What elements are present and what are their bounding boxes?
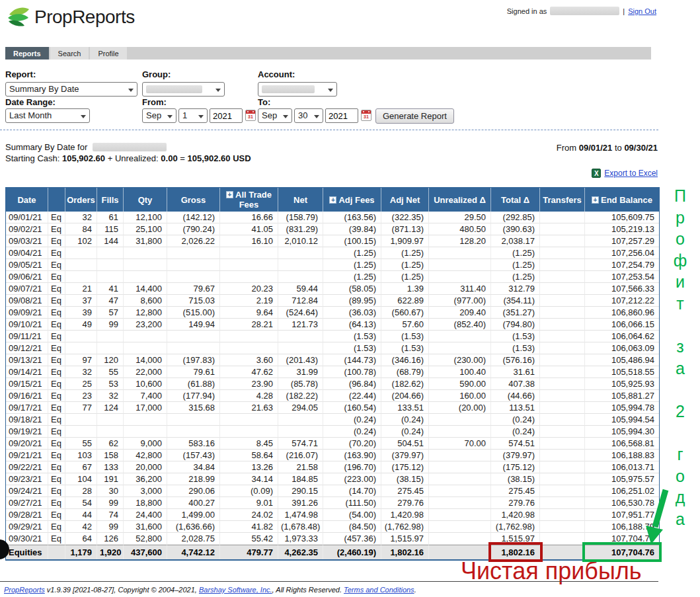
footer-barshay-link[interactable]: Barshay Software, Inc. bbox=[199, 586, 272, 594]
table-cell: 21.63 bbox=[220, 402, 278, 414]
expand-icon[interactable]: + bbox=[226, 191, 233, 198]
table-cell: (351.27) bbox=[491, 307, 540, 319]
table-cell: Eq bbox=[48, 235, 65, 247]
expand-icon[interactable]: + bbox=[329, 196, 336, 204]
table-row: 09/24/21Eq28303,000290.06(0.09)290.15(14… bbox=[6, 485, 659, 497]
group-select[interactable] bbox=[142, 82, 225, 97]
from-day-select[interactable]: 1 bbox=[178, 108, 208, 123]
calendar-icon[interactable]: 31 bbox=[361, 110, 371, 121]
table-cell: 2,028.75 bbox=[167, 533, 220, 545]
table-cell: 44 bbox=[65, 509, 97, 521]
column-header[interactable]: Transfers bbox=[540, 188, 585, 212]
column-header[interactable]: Orders bbox=[65, 188, 97, 212]
table-cell: (379.97) bbox=[491, 450, 540, 461]
table-cell: (38.15) bbox=[491, 473, 540, 485]
table-cell: 34.84 bbox=[167, 461, 220, 473]
table-cell: 3.60 bbox=[220, 354, 278, 366]
table-cell: 99 bbox=[97, 497, 124, 509]
table-cell: 49 bbox=[65, 319, 97, 331]
table-cell: 1,474.98 bbox=[278, 509, 323, 521]
table-cell: (0.24) bbox=[381, 414, 429, 426]
column-header[interactable]: Net bbox=[278, 188, 323, 212]
annotation-letter bbox=[669, 423, 691, 445]
export-to-excel[interactable]: X Export to Excel bbox=[592, 169, 658, 178]
table-cell: 09/06/21 bbox=[6, 271, 48, 283]
table-cell bbox=[540, 450, 585, 461]
column-header[interactable]: Fills bbox=[97, 188, 124, 212]
table-cell: Eq bbox=[48, 450, 65, 461]
table-cell: 57 bbox=[97, 307, 124, 319]
totals-cell: 1,802.16 bbox=[381, 545, 429, 559]
table-row: 09/07/21Eq214114,40079.6720.2359.44(58.0… bbox=[6, 283, 659, 295]
date-range-select[interactable]: Last Month bbox=[5, 108, 90, 123]
table-cell bbox=[220, 331, 278, 342]
tab-reports[interactable]: Reports bbox=[5, 47, 49, 60]
table-cell: 107,257.29 bbox=[585, 235, 659, 247]
table-cell: 294.05 bbox=[278, 402, 323, 414]
annotation-letter: о bbox=[669, 229, 691, 251]
table-cell: 09/08/21 bbox=[6, 295, 48, 307]
column-header[interactable]: Gross bbox=[167, 188, 220, 212]
table-cell: Eq bbox=[48, 461, 65, 473]
column-header[interactable]: Qty bbox=[124, 188, 167, 212]
table-cell: 105,994.30 bbox=[585, 426, 659, 438]
table-cell bbox=[167, 342, 220, 354]
table-cell: (292.85) bbox=[491, 212, 540, 223]
column-header[interactable]: Total Δ bbox=[491, 188, 540, 212]
from-year-input[interactable] bbox=[210, 108, 243, 123]
table-cell: 158 bbox=[97, 450, 124, 461]
calendar-icon[interactable]: 31 bbox=[245, 110, 256, 121]
range-from-date: 09/01/21 bbox=[579, 143, 613, 153]
green-arrow-annotation bbox=[625, 486, 678, 549]
from-month-select[interactable]: Sep bbox=[142, 108, 176, 123]
table-cell: 54 bbox=[65, 497, 97, 509]
table-cell bbox=[97, 331, 124, 342]
column-header[interactable]: Adj Net bbox=[381, 188, 429, 212]
sign-out-link[interactable]: Sign Out bbox=[628, 7, 656, 15]
generate-report-button[interactable]: Generate Report bbox=[375, 108, 454, 124]
table-cell: 31,600 bbox=[124, 521, 167, 533]
column-header[interactable]: +Adj Fees bbox=[323, 188, 381, 212]
table-cell: (61.88) bbox=[167, 378, 220, 390]
table-cell: (379.97) bbox=[381, 450, 429, 461]
column-header[interactable]: +End Balance bbox=[585, 188, 659, 212]
footer-propreports-link[interactable]: PropReports bbox=[4, 586, 45, 594]
column-header[interactable]: +All Trade Fees bbox=[220, 188, 278, 212]
table-cell bbox=[429, 461, 491, 473]
table-cell: 79.61 bbox=[167, 366, 220, 378]
column-header[interactable] bbox=[48, 188, 65, 212]
tab-profile[interactable]: Profile bbox=[90, 47, 126, 60]
table-cell: (36.03) bbox=[323, 307, 381, 319]
table-cell bbox=[540, 295, 585, 307]
table-cell: 09/11/21 bbox=[6, 331, 48, 342]
footer-divider bbox=[0, 581, 658, 582]
table-cell: (39.84) bbox=[323, 223, 381, 235]
report-select[interactable]: Summary By Date bbox=[5, 82, 137, 97]
table-cell: 09/24/21 bbox=[6, 485, 48, 497]
column-header[interactable]: Date bbox=[6, 188, 48, 212]
tab-search[interactable]: Search bbox=[50, 47, 89, 60]
table-cell: 58.64 bbox=[220, 450, 278, 461]
table-cell: 1,499.00 bbox=[167, 509, 220, 521]
table-cell: 39 bbox=[65, 307, 97, 319]
table-cell: 106,063.09 bbox=[585, 342, 659, 354]
table-cell: (163.90) bbox=[323, 450, 381, 461]
expand-icon[interactable]: + bbox=[592, 196, 599, 204]
export-to-excel-link[interactable]: Export to Excel bbox=[604, 169, 658, 178]
to-month-select[interactable]: Sep bbox=[258, 108, 292, 123]
to-day-select[interactable]: 30 bbox=[294, 108, 323, 123]
account-select[interactable] bbox=[258, 82, 337, 97]
column-header[interactable]: Unrealized Δ bbox=[429, 188, 491, 212]
table-row: 09/08/21Eq37478,600715.032.19712.84(89.9… bbox=[6, 295, 659, 307]
table-cell: 79.67 bbox=[167, 283, 220, 295]
to-label: To: bbox=[258, 97, 270, 107]
table-cell bbox=[540, 390, 585, 402]
unrealized-label: Unrealized: bbox=[115, 153, 159, 163]
table-cell bbox=[540, 259, 585, 271]
to-year-input[interactable] bbox=[325, 108, 358, 123]
table-row: 09/17/21Eq7712417,000315.6821.63294.05(1… bbox=[6, 402, 659, 414]
footer-terms-link[interactable]: Terms and Conditions bbox=[344, 586, 414, 594]
table-cell: 67 bbox=[65, 461, 97, 473]
table-row: 09/22/21Eq6713320,00034.8413.2621.58(196… bbox=[6, 461, 659, 473]
table-cell: 315.68 bbox=[167, 402, 220, 414]
